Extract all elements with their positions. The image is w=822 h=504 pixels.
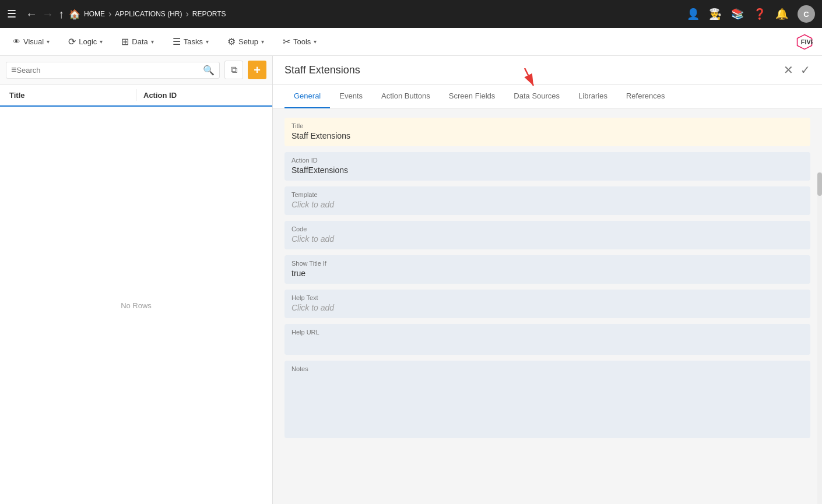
- back-button[interactable]: ←: [26, 8, 37, 21]
- field-action-id-label: Action ID: [291, 157, 803, 164]
- field-title-label: Title: [291, 122, 803, 129]
- tab-general[interactable]: General: [284, 84, 330, 108]
- right-panel-title: Staff Extensions: [284, 64, 360, 83]
- tab-references[interactable]: References: [617, 84, 674, 108]
- tab-screen-fields[interactable]: Screen Fields: [440, 84, 504, 108]
- field-show-title-if-label: Show Title If: [291, 260, 803, 267]
- breadcrumb-applications[interactable]: APPLICATIONS (HR): [115, 10, 182, 18]
- breadcrumb-reports[interactable]: REPORTS: [192, 10, 226, 18]
- toolbar-setup[interactable]: ⚙ Setup ▾: [224, 34, 268, 50]
- field-notes-value: [291, 374, 803, 432]
- close-icon[interactable]: ✕: [784, 63, 793, 77]
- field-help-url-label: Help URL: [291, 329, 803, 336]
- top-nav-right: 👤 👨‍🍳 📚 ❓ 🔔 C: [687, 5, 815, 23]
- logic-arrow: ▾: [100, 38, 103, 45]
- eye-icon: 👁: [13, 37, 20, 46]
- tab-libraries[interactable]: Libraries: [569, 84, 617, 108]
- form-content: Title Staff Extensions Action ID StaffEx…: [273, 108, 822, 504]
- field-help-text-value: Click to add: [291, 303, 803, 312]
- visual-label: Visual: [23, 37, 44, 46]
- field-title[interactable]: Title Staff Extensions: [284, 118, 810, 146]
- tasks-icon: ☰: [173, 36, 181, 47]
- right-panel: Staff Extensions ✕ ✓ General Events Acti…: [273, 56, 822, 504]
- books-icon[interactable]: 📚: [731, 8, 744, 20]
- toolbar: 👁 Visual ▾ ⟳ Logic ▾ ⊞ Data ▾ ☰ Tasks ▾ …: [0, 28, 822, 56]
- top-nav-left: ☰ ← → ↑ 🏠 HOME › APPLICATIONS (HR) › REP…: [7, 8, 226, 21]
- toolbar-tools[interactable]: ✂ Tools ▾: [279, 34, 320, 50]
- tools-arrow: ▾: [314, 38, 317, 45]
- field-code-label: Code: [291, 225, 803, 232]
- logic-label: Logic: [79, 37, 97, 46]
- search-icon[interactable]: 🔍: [203, 65, 215, 76]
- breadcrumb-home[interactable]: HOME: [84, 10, 105, 18]
- tabs-bar: General Events Action Buttons Screen Fie…: [273, 84, 822, 108]
- col-divider: [136, 89, 136, 101]
- setup-label: Setup: [238, 37, 258, 46]
- add-button[interactable]: +: [248, 61, 266, 79]
- setup-icon: ⚙: [227, 36, 236, 47]
- visual-arrow: ▾: [47, 38, 50, 45]
- logic-icon: ⟳: [68, 36, 76, 47]
- breadcrumb-sep1: ›: [108, 9, 111, 19]
- copy-button[interactable]: ⧉: [224, 61, 243, 79]
- breadcrumb: 🏠 HOME › APPLICATIONS (HR) › REPORTS: [69, 9, 226, 20]
- field-help-text-label: Help Text: [291, 294, 803, 301]
- field-help-url-value: [291, 337, 803, 349]
- toolbar-visual[interactable]: 👁 Visual ▾: [9, 35, 53, 48]
- table-body: No Rows: [0, 107, 272, 504]
- right-panel-header: Staff Extensions ✕ ✓: [273, 56, 822, 84]
- toolbar-data[interactable]: ⊞ Data ▾: [118, 34, 157, 50]
- field-title-value: Staff Extensions: [291, 131, 803, 140]
- tools-label: Tools: [293, 37, 311, 46]
- field-help-text[interactable]: Help Text Click to add: [284, 290, 810, 318]
- field-notes-label: Notes: [291, 365, 803, 372]
- field-notes[interactable]: Notes: [284, 361, 810, 438]
- col-action-label: Action ID: [143, 91, 263, 100]
- home-icon: 🏠: [69, 9, 80, 20]
- breadcrumb-sep2: ›: [185, 9, 188, 19]
- tasks-arrow: ▾: [206, 38, 209, 45]
- filter-icon: ≡: [11, 65, 16, 75]
- forward-button[interactable]: →: [42, 8, 54, 21]
- field-action-id[interactable]: Action ID StaffExtensions: [284, 152, 810, 181]
- field-show-title-if[interactable]: Show Title If true: [284, 255, 810, 284]
- support-icon[interactable]: 👤: [687, 8, 700, 20]
- up-button[interactable]: ↑: [58, 8, 64, 21]
- help-icon[interactable]: ❓: [753, 8, 766, 20]
- toolbar-logic[interactable]: ⟳ Logic ▾: [65, 34, 106, 50]
- data-icon: ⊞: [121, 36, 129, 47]
- hamburger-menu[interactable]: ☰: [7, 8, 16, 20]
- no-rows-label: No Rows: [121, 301, 152, 310]
- tools-icon: ✂: [283, 36, 290, 47]
- main-area: ≡ 🔍 ⧉ + Title Action ID No Rows Staff Ex…: [0, 56, 822, 504]
- field-template[interactable]: Template Click to add: [284, 186, 810, 215]
- top-nav: ☰ ← → ↑ 🏠 HOME › APPLICATIONS (HR) › REP…: [0, 0, 822, 28]
- table-header: Title Action ID: [0, 84, 272, 107]
- scrollbar-track[interactable]: [817, 172, 822, 504]
- search-wrapper[interactable]: ≡ 🔍: [6, 62, 220, 79]
- five-logo: FIVE: [796, 34, 813, 50]
- tasks-label: Tasks: [184, 37, 203, 46]
- scrollbar-thumb[interactable]: [817, 172, 822, 196]
- tab-events[interactable]: Events: [330, 84, 372, 108]
- search-input[interactable]: [16, 66, 203, 75]
- field-template-label: Template: [291, 191, 803, 198]
- user-avatar[interactable]: C: [798, 5, 815, 23]
- setup-arrow: ▾: [261, 38, 264, 45]
- tab-data-sources[interactable]: Data Sources: [504, 84, 569, 108]
- toolbar-tasks[interactable]: ☰ Tasks ▾: [169, 34, 212, 50]
- chef-icon[interactable]: 👨‍🍳: [709, 8, 722, 20]
- col-title-label: Title: [9, 91, 129, 100]
- field-action-id-value: StaffExtensions: [291, 165, 803, 175]
- field-help-url[interactable]: Help URL: [284, 324, 810, 355]
- left-panel: ≡ 🔍 ⧉ + Title Action ID No Rows: [0, 56, 273, 504]
- toolbar-left: 👁 Visual ▾ ⟳ Logic ▾ ⊞ Data ▾ ☰ Tasks ▾ …: [9, 34, 320, 50]
- check-icon[interactable]: ✓: [800, 63, 810, 77]
- tab-action-buttons[interactable]: Action Buttons: [372, 84, 440, 108]
- field-code[interactable]: Code Click to add: [284, 221, 810, 249]
- data-label: Data: [132, 37, 147, 46]
- field-show-title-if-value: true: [291, 269, 803, 278]
- field-code-value: Click to add: [291, 234, 803, 244]
- left-search-bar: ≡ 🔍 ⧉ +: [0, 56, 272, 84]
- notification-icon[interactable]: 🔔: [775, 8, 788, 20]
